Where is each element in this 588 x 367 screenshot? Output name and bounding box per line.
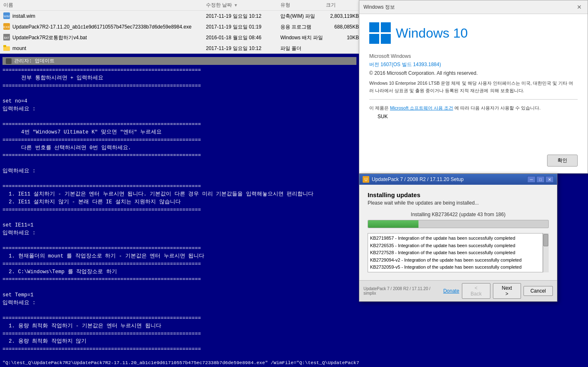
file-row[interactable]: BAT UpdatePack7R2로통합하기v4.bat 2016-01-18 … (0, 32, 359, 43)
cmd-line (2, 237, 356, 245)
cmd-line: ========================================… (2, 121, 356, 129)
scrollbar[interactable] (543, 233, 549, 272)
col-date-header[interactable]: 수정한 날짜 ▼ (206, 2, 280, 9)
admin-bar: 관리자: 업데이트 (2, 57, 356, 65)
svg-text:EXE: EXE (3, 25, 10, 29)
footer-label: UpdatePack 7 / 2008 R2 / 17.11.20 / simp… (363, 286, 443, 296)
log-item: KB2726535 - Integration of the update ha… (370, 242, 540, 250)
file-row[interactable]: mount 2017-11-19 일요일 10:12 파일 폴더 (0, 43, 359, 54)
close-button[interactable]: ✕ (575, 3, 583, 11)
file-size: 2,803,119KB (326, 13, 359, 19)
file-date: 2017-11-19 일요일 10:12 (206, 13, 280, 20)
log-item: KB2732487-v2 - Integration of the update… (370, 271, 540, 272)
file-size: 688,085KB (326, 24, 359, 30)
sort-arrow: ▼ (234, 3, 238, 7)
cmd-line: 입력하세요 : (2, 167, 356, 175)
user-label: SUK (378, 114, 578, 119)
donate-link[interactable]: Donate (443, 288, 459, 294)
win-info-title: Windows 정보 (363, 4, 395, 11)
ok-button[interactable]: 확인 (547, 155, 578, 167)
copyright: © 2016 Microsoft Corporation. All rights… (369, 69, 578, 77)
installing-subtitle: Please wait while the updates are being … (368, 200, 549, 206)
cmd-line: ========================================… (2, 260, 356, 268)
col-type-header: 유형 (280, 2, 326, 9)
cmd-line: 2. IE11 설치하지 않기 - 본래 다른 IE 설치는 지원하지 않습니다 (2, 198, 356, 206)
cmd-line: ========================================… (2, 136, 356, 144)
cmd-line: ========================================… (2, 206, 356, 214)
win10-logo-text: Windows 10 (396, 26, 468, 41)
cmd-line: 1. IE11 설치하기 - 기본값은 엔터 누르시면 됩니다. 기본값이 다른… (2, 191, 356, 198)
setup-log[interactable]: KB2719857 - Integration of the update ha… (368, 233, 543, 272)
file-row[interactable]: EXE UpdatePack7R2-17.11.20_ab1c1e9d61710… (0, 21, 359, 32)
windows-logo: Windows 10 (369, 22, 578, 44)
progress-label: Installing KB2736422 (update 43 from 186… (368, 212, 549, 217)
file-list: WIM install.wim 2017-11-19 일요일 10:12 압축(… (0, 11, 359, 54)
cmd-line: ========================================… (2, 152, 356, 160)
file-name: WIM install.wim (3, 12, 206, 20)
cmd-line: 2. C:\Windows\Temp 를 작업장소로 하기 (2, 268, 356, 276)
cmd-line (2, 113, 356, 121)
svg-rect-9 (381, 22, 391, 32)
windows-logo-icon (369, 22, 391, 44)
next-button[interactable]: Next > (493, 283, 521, 299)
cmd-line: ========================================… (2, 346, 356, 353)
cmd-bottom-line: "Q:\test_Q\UpdatePack7R2\UpdatePack7R2-1… (0, 358, 359, 367)
company-label: Microsoft Windows (369, 52, 578, 60)
cmd-line: 1. 용량 최적화 작업하기 - 기본값은 엔터 누르시면 됩니다 (2, 322, 356, 330)
svg-rect-10 (369, 34, 379, 44)
cmd-line: 입력하세요 : (2, 299, 356, 307)
file-type: Windows 배치 파일 (280, 34, 326, 41)
cancel-button[interactable]: Cancel (523, 286, 553, 296)
col-size-header: 크기 (326, 2, 359, 9)
file-date: 2017-11-19 일요일 01:19 (206, 24, 280, 31)
cmd-line: ========================================… (2, 82, 356, 90)
setup-titlebar: U UpdatePack 7 / 2008 R2 / 17.11.20 Setu… (359, 174, 557, 185)
win-info-content: Microsoft Windows 버전 1607(OS 빌드 14393.18… (369, 52, 578, 94)
cmd-line: set no=4 (2, 98, 356, 105)
file-size: 10KB (326, 35, 359, 41)
exe-icon: EXE (3, 23, 10, 31)
file-explorer: 이름 수정한 날짜 ▼ 유형 크기 WIM install.wim 2017-1… (0, 0, 359, 54)
column-headers: 이름 수정한 날짜 ▼ 유형 크기 (0, 0, 359, 11)
cmd-line: set Temp=1 (2, 291, 356, 299)
cmd-line: 1. 현재폴더의 mount 를 작업장소로 하기 - 기본값은 엔터 누르시면… (2, 253, 356, 260)
cmd-line: ========================================… (2, 330, 356, 338)
setup-icon: U (363, 176, 369, 183)
close-dialog-button[interactable]: ✕ (545, 176, 554, 183)
divider (369, 99, 578, 100)
cmd-line: 다른 번호를 선택하시려면 0번 입력하세요. (2, 144, 356, 152)
win-info-titlebar: Windows 정보 ✕ (359, 0, 588, 14)
svg-rect-8 (369, 22, 379, 32)
svg-rect-7 (3, 45, 6, 47)
cmd-line: ========================================… (2, 183, 356, 191)
log-item: KB2727528 - Integration of the update ha… (370, 249, 540, 257)
minimize-button[interactable]: ─ (527, 176, 535, 183)
cmd-line (2, 284, 356, 291)
cmd-line: 입력하세요 : (2, 229, 356, 237)
file-date: 2016-01-18 월요일 08:46 (206, 34, 280, 41)
svg-text:BAT: BAT (4, 36, 10, 39)
description: Windows 10 Enterprise 2016 LTSB 운영 체제 및 … (369, 80, 578, 94)
scrollbar-thumb[interactable] (543, 234, 548, 246)
log-item: KB2732059-v5 - Integration of the update… (370, 264, 540, 271)
wim-icon: WIM (3, 12, 10, 20)
maximize-button[interactable]: □ (536, 176, 545, 183)
file-row[interactable]: WIM install.wim 2017-11-19 일요일 10:12 압축(… (0, 11, 359, 21)
admin-label: 관리자: 업데이트 (14, 57, 55, 64)
cmd-line (2, 214, 356, 222)
cmd-line (2, 90, 356, 98)
log-item: KB2719857 - Integration of the update ha… (370, 235, 540, 242)
footer-buttons: Donate < Back Next > Cancel (443, 283, 553, 299)
setup-dialog: U UpdatePack 7 / 2008 R2 / 17.11.20 Setu… (359, 174, 557, 302)
file-name: EXE UpdatePack7R2-17.11.20_ab1c1e9d61710… (3, 23, 206, 31)
cmd-line: ========================================… (2, 245, 356, 253)
windows-info-dialog: Windows 정보 ✕ Windows 10 Microsoft Window… (359, 0, 588, 174)
svg-text:WIM: WIM (4, 15, 10, 18)
license-link[interactable]: Microsoft 소프트웨어 사용 조건 (390, 105, 453, 110)
cmd-line: set IE11=1 (2, 222, 356, 229)
admin-icon (6, 58, 12, 64)
setup-titlebar-buttons: ─ □ ✕ (527, 176, 554, 183)
file-type: 파일 폴더 (280, 45, 326, 52)
back-button[interactable]: < Back (462, 283, 490, 299)
cmd-line (2, 307, 356, 315)
